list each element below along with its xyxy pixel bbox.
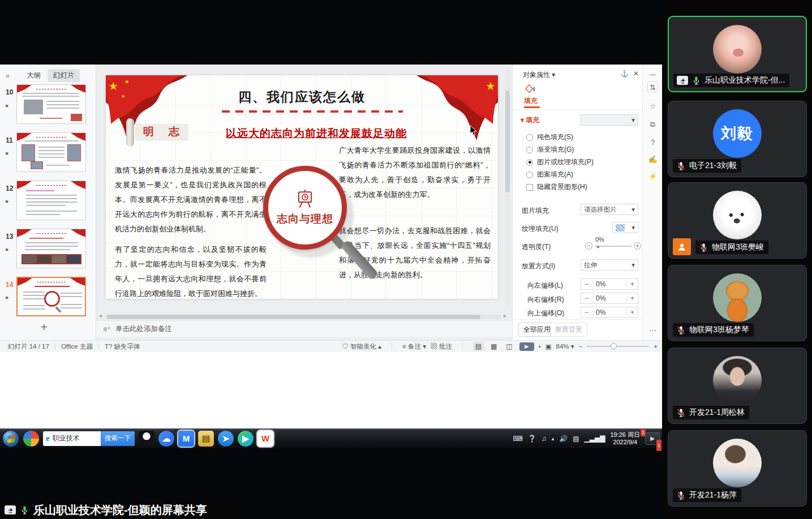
outline-tab[interactable]: 大纲: [27, 71, 41, 80]
action-center-icon[interactable]: ▤: [573, 435, 579, 443]
participant-nameplate: 电子21-3刘毅: [673, 159, 741, 173]
transparency-minus-icon[interactable]: −: [585, 242, 592, 250]
wps-icon[interactable]: W: [257, 431, 273, 447]
slides-tab[interactable]: 幻灯片: [48, 69, 80, 82]
fill-section-header[interactable]: ▾ 填充: [521, 115, 539, 125]
offset-top-spinner[interactable]: −0%+: [581, 307, 638, 318]
file-explorer-icon[interactable]: ▤: [198, 431, 214, 447]
show-hidden-icons[interactable]: ▴: [552, 436, 555, 441]
show-desktop-button[interactable]: ▶1: [645, 432, 660, 445]
volume-tray-icon[interactable]: 🔊: [559, 435, 568, 443]
texture-fill-label: 纹理填充(U): [522, 224, 558, 234]
participant-tile[interactable]: 开发21-1周松林: [668, 348, 807, 424]
help-tray-icon[interactable]: ❔: [528, 435, 536, 443]
netdisk-icon[interactable]: ☁: [158, 431, 174, 447]
clock-date: 2022/9/4: [610, 439, 640, 446]
thunder-icon[interactable]: ➤: [218, 431, 234, 447]
collapse-panel-icon[interactable]: «: [6, 72, 10, 80]
presentation-board-icon: [295, 189, 315, 209]
participant-name: 乐山职业技术学院-但...: [704, 75, 785, 85]
duplicate-strip-icon[interactable]: ⧉: [647, 119, 658, 130]
fill-preview-combo[interactable]: ▾: [581, 114, 638, 126]
fit-window-icon[interactable]: ▣: [545, 342, 552, 350]
radio-gradient-fill[interactable]: 渐变填充(G): [526, 145, 574, 155]
play-options-icon[interactable]: ▾: [539, 344, 541, 349]
transparency-slider-track[interactable]: [595, 246, 631, 247]
taskbar-clock[interactable]: 19:26 周日 2022/9/4 1: [610, 431, 640, 446]
keyboard-tray-icon[interactable]: ⌨: [513, 435, 522, 443]
taskbar-search-box[interactable]: e 搜索一下: [43, 431, 135, 446]
offset-left-spinner[interactable]: −0%+: [581, 278, 638, 290]
zoom-in-icon[interactable]: +: [654, 343, 658, 350]
animation-strip-icon[interactable]: ⚡: [647, 171, 658, 182]
tencent-meeting-icon[interactable]: M: [178, 431, 194, 447]
tencent-video-icon[interactable]: ▶: [238, 431, 254, 447]
radio-picture-fill[interactable]: 图片或纹理填充(P): [526, 157, 594, 167]
zoom-slider[interactable]: [587, 346, 649, 347]
canvas-vertical-scrollbar[interactable]: [505, 68, 510, 306]
badge-ming: 明: [143, 125, 154, 139]
picture-fill-combo[interactable]: 请选择图片▾: [581, 204, 638, 215]
more-strip-icon[interactable]: ⋯: [647, 325, 658, 336]
zoom-slider-handle[interactable]: [611, 343, 617, 349]
slide-thumbnail-14[interactable]: [16, 277, 86, 316]
slide-thumbnail-13[interactable]: [16, 229, 86, 268]
participant-tile[interactable]: 物联网3班樊峻: [668, 182, 807, 259]
qq-icon[interactable]: [139, 431, 154, 447]
magnifier-label: 志向与理想: [277, 212, 333, 226]
slide-number: 12: [6, 185, 13, 192]
add-slide-button[interactable]: +: [41, 321, 48, 334]
microphone-tray-icon[interactable]: ♫: [542, 435, 547, 443]
network-tray-icon[interactable]: ▁▃▅▇: [584, 435, 605, 443]
theme-name[interactable]: Office 主题: [61, 342, 93, 351]
pin-icon[interactable]: ⚓: [620, 70, 629, 78]
transparency-plus-icon[interactable]: +: [634, 242, 641, 250]
taskbar-search-button[interactable]: 搜索一下: [101, 431, 135, 446]
slide-thumbnail-10[interactable]: [16, 84, 86, 124]
participant-tile[interactable]: 开发21-1杨萍: [668, 430, 807, 507]
zoom-out-icon[interactable]: −: [579, 343, 583, 350]
zoom-percent[interactable]: 84% ▾: [556, 342, 574, 350]
properties-title[interactable]: 对象属性 ▾: [523, 70, 555, 80]
texture-fill-combo[interactable]: ▾: [612, 222, 638, 233]
properties-strip-icon[interactable]: ⇅: [647, 82, 658, 92]
slide-thumbnail-12[interactable]: [16, 181, 86, 220]
participant-tile[interactable]: 刘毅 电子21-3刘毅: [668, 101, 807, 177]
mic-muted-icon: [676, 325, 686, 335]
reset-background-button[interactable]: 重置背景: [550, 323, 587, 337]
participant-tile[interactable]: 物联网3班杨梦琴: [668, 265, 807, 341]
notes-button[interactable]: ≡ 备注 ▾: [402, 342, 426, 351]
help-strip-icon[interactable]: ?: [647, 137, 658, 148]
radio-pattern-fill[interactable]: 图案填充(A): [526, 170, 573, 179]
placement-combo[interactable]: 拉伸▾: [581, 259, 638, 271]
participant-tile[interactable]: 乐山职业技术学院-但...: [668, 16, 807, 92]
slide-thumbnail-11[interactable]: [16, 132, 86, 172]
transparency-slider-marker[interactable]: ▲: [596, 244, 600, 249]
slide-editor[interactable]: ★ ★ ★ ★ 四、我们应该怎么做 明 志 以远大的志向为前进和发展鼓足动能 激…: [106, 75, 498, 299]
slide-left-paragraph-1: 激情飞扬的青春活力是推动发展的“正能量”。发展是第一要义”，也是我们党执政兴国的…: [115, 163, 267, 237]
signature-strip-icon[interactable]: ✍: [647, 154, 658, 165]
slide-title: 四、我们应该怎么做: [106, 88, 498, 106]
taskbar-search-input[interactable]: [53, 435, 95, 443]
comments-button[interactable]: ▩ 批注: [431, 342, 452, 351]
reading-view-icon[interactable]: ◫: [504, 342, 514, 351]
normal-view-icon[interactable]: ▤: [473, 342, 484, 351]
offset-right-spinner[interactable]: −0%+: [581, 293, 638, 304]
screen-share-banner: 乐山职业技术学院-但颖的屏幕共享: [0, 501, 242, 519]
radio-solid-fill[interactable]: 纯色填充(S): [526, 132, 573, 142]
missing-font-warning[interactable]: T? 缺失字体: [105, 342, 140, 351]
close-panel-icon[interactable]: ✕: [633, 70, 639, 78]
beautify-strip-icon[interactable]: ☆: [647, 101, 658, 111]
browser-360-icon[interactable]: [23, 431, 39, 447]
fill-tab[interactable]: 填充: [524, 96, 538, 106]
fill-tab-underline: [524, 106, 540, 108]
checkbox-hide-background[interactable]: 隐藏背景图形(H): [526, 182, 587, 192]
slideshow-play-button[interactable]: ▶: [519, 342, 534, 351]
beautify-button[interactable]: ♡ 智能美化 ▴: [342, 342, 381, 351]
slide-panel: « 大纲 幻灯片 10 ★ 11 ★: [0, 65, 96, 340]
start-button[interactable]: [2, 430, 19, 447]
participant-nameplate: 乐山职业技术学院-但...: [673, 74, 789, 87]
grid-view-icon[interactable]: ▦: [488, 342, 499, 351]
canvas-horizontal-scrollbar[interactable]: ◂ ▸: [99, 314, 506, 320]
notes-bar[interactable]: ≡⁺ 单击此处添加备注: [96, 320, 512, 337]
